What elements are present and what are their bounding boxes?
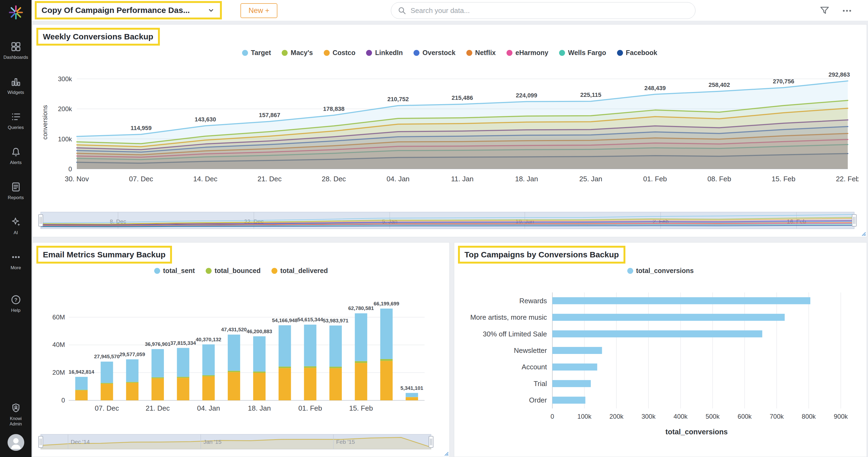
legend-item-target[interactable]: Target (242, 49, 271, 57)
svg-text:300k: 300k (642, 413, 656, 420)
resize-grip-icon[interactable] (443, 451, 448, 456)
svg-text:11. Jan: 11. Jan (451, 175, 473, 183)
legend-label: total_delivered (280, 267, 328, 275)
legend-item-netflix[interactable]: Netflix (466, 49, 496, 57)
svg-text:18. Jan: 18. Jan (248, 404, 271, 412)
svg-text:07. Dec: 07. Dec (129, 175, 153, 183)
sidebar-item-queries[interactable]: Queries (0, 103, 32, 138)
dashboard-title-dropdown[interactable]: Copy Of Campaign Performance Das... (35, 1, 222, 20)
search-icon (397, 6, 406, 15)
nav-handle-right[interactable] (429, 436, 433, 448)
sidebar-item-knowi-admin[interactable]: Knowi Admin (0, 400, 32, 429)
svg-text:Feb '15: Feb '15 (336, 439, 355, 445)
sidebar-item-widgets[interactable]: Widgets (0, 68, 32, 103)
legend-label: Macy's (290, 49, 313, 57)
sidebar-item-help[interactable]: ? Help (0, 286, 32, 321)
filter-funnel-icon[interactable] (819, 5, 830, 16)
weekly-conversions-chart[interactable]: 0100k200k300k30. Nov07. Dec14. Dec21. De… (36, 64, 859, 185)
dashboard-title: Copy Of Campaign Performance Das... (41, 6, 190, 15)
svg-text:More artists, more music: More artists, more music (470, 313, 547, 321)
search-input[interactable] (391, 2, 695, 19)
svg-text:178,838: 178,838 (323, 106, 345, 112)
svg-text:Rewards: Rewards (519, 297, 547, 305)
svg-text:01. Feb: 01. Feb (643, 175, 667, 183)
sidebar-item-label: Help (11, 308, 21, 313)
svg-text:20M: 20M (52, 369, 65, 376)
sidebar-item-label: Queries (8, 125, 24, 130)
panel-email-metrics: Email Metrics Summary Backup total_sentt… (32, 242, 450, 457)
sidebar-item-more[interactable]: More (0, 243, 32, 278)
legend-item-costco[interactable]: Costco (324, 49, 355, 57)
legend-swatch (506, 50, 513, 56)
nav-handle-right[interactable] (852, 215, 857, 226)
svg-text:25. Jan: 25. Jan (579, 175, 602, 183)
panel-top-campaigns: Top Campaigns by Conversions Backup tota… (454, 242, 867, 457)
topbar-more-icon[interactable] (841, 5, 853, 17)
email-metrics-chart[interactable]: 020M40M60M16,942,81427,945,57029,577,059… (36, 282, 435, 414)
svg-text:700k: 700k (770, 413, 784, 420)
svg-text:28. Dec: 28. Dec (322, 175, 346, 183)
svg-text:18. Jan: 18. Jan (515, 175, 538, 183)
email-panel-title: Email Metrics Summary Backup (36, 246, 172, 263)
weekly-chart-navigator[interactable]: 8. Dec22. Dec5. Jan19. Jan2. Feb16. Feb (36, 210, 859, 232)
new-button[interactable]: New + (241, 3, 277, 18)
svg-text:600k: 600k (738, 413, 752, 420)
svg-text:04. Jan: 04. Jan (386, 175, 409, 183)
ai-sparkle-icon (10, 217, 22, 228)
legend-label: Facebook (626, 49, 657, 57)
svg-text:248,439: 248,439 (644, 85, 666, 91)
svg-text:210,752: 210,752 (388, 96, 409, 103)
legend-item-macy-s[interactable]: Macy's (282, 49, 313, 57)
svg-text:224,099: 224,099 (516, 92, 537, 99)
campaigns-legend: total_conversions (458, 267, 863, 275)
sidebar-item-reports[interactable]: Reports (0, 173, 32, 208)
svg-text:0: 0 (68, 165, 72, 173)
svg-text:30. Nov: 30. Nov (65, 175, 89, 183)
legend-item-total-delivered[interactable]: total_delivered (272, 267, 328, 275)
main-area: Copy Of Campaign Performance Das... New … (32, 0, 868, 457)
svg-text:total_conversions: total_conversions (665, 428, 727, 436)
legend-item-total-sent[interactable]: total_sent (154, 267, 195, 275)
alerts-icon (10, 146, 22, 158)
svg-text:14. Dec: 14. Dec (193, 175, 218, 183)
sidebar-item-alerts[interactable]: Alerts (0, 138, 32, 173)
legend-item-total-bounced[interactable]: total_bounced (206, 267, 261, 275)
email-chart-navigator[interactable]: Dec '14Jan '15Feb '15 (36, 433, 435, 452)
svg-text:47,431,520: 47,431,520 (221, 327, 247, 332)
resize-grip-icon[interactable] (861, 231, 866, 236)
legend-label: total_conversions (636, 267, 694, 275)
legend-item-total-conversions[interactable]: total_conversions (627, 267, 694, 275)
legend-item-facebook[interactable]: Facebook (617, 49, 657, 57)
svg-text:40M: 40M (52, 341, 65, 348)
user-avatar[interactable] (7, 434, 25, 451)
svg-text:22. Feb: 22. Feb (836, 175, 859, 183)
legend-swatch (627, 268, 633, 274)
svg-text:08. Feb: 08. Feb (707, 175, 731, 183)
svg-text:?: ? (14, 297, 18, 303)
svg-text:15. Feb: 15. Feb (349, 404, 373, 412)
legend-swatch (272, 268, 277, 274)
svg-text:225,115: 225,115 (580, 91, 601, 98)
knowi-logo-icon[interactable] (8, 5, 24, 20)
nav-handle-left[interactable] (38, 215, 43, 226)
more-dots-icon (10, 251, 22, 263)
legend-item-overstock[interactable]: Overstock (413, 49, 455, 57)
sidebar-item-dashboards[interactable]: Dashboards (0, 33, 32, 68)
chevron-down-icon (207, 6, 215, 14)
svg-text:800k: 800k (802, 413, 816, 420)
sidebar-item-label: AI (13, 230, 18, 235)
sidebar-item-ai[interactable]: AI (0, 208, 32, 243)
svg-text:300k: 300k (58, 75, 72, 83)
svg-text:04. Jan: 04. Jan (197, 404, 220, 412)
weekly-panel-title: Weekly Conversions Backup (36, 28, 160, 46)
legend-label: Overstock (423, 49, 455, 57)
svg-text:5,341,101: 5,341,101 (401, 385, 424, 391)
svg-text:62,780,581: 62,780,581 (348, 305, 374, 311)
legend-item-eharmony[interactable]: eHarmony (506, 49, 548, 57)
nav-handle-left[interactable] (38, 436, 43, 448)
top-campaigns-chart[interactable]: 0100k200k300k400k500k600k700k800k900kRew… (458, 282, 857, 438)
legend-label: LinkedIn (375, 49, 403, 57)
legend-item-wells-fargo[interactable]: Wells Fargo (559, 49, 606, 57)
legend-label: eHarmony (516, 49, 548, 57)
legend-item-linkedin[interactable]: LinkedIn (366, 49, 403, 57)
